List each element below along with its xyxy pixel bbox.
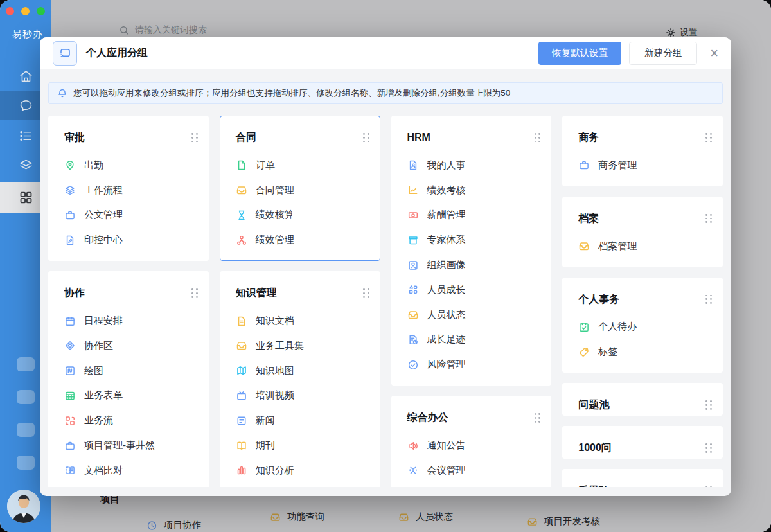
doc-lines-icon — [236, 315, 247, 327]
app-item[interactable]: 业务表单 — [49, 384, 208, 409]
group-card[interactable]: HRM我的人事绩效考核薪酬管理专家体系组织画像人员成长人员状态成长足迹风险管理 — [391, 116, 552, 386]
app-item[interactable]: 项目管理-事井然 — [49, 433, 208, 458]
pin-icon — [64, 159, 76, 171]
app-item[interactable]: 个人待办 — [563, 315, 722, 340]
minimize-window-control[interactable] — [21, 7, 30, 15]
app-item[interactable]: 专家体系 — [392, 227, 551, 253]
org-icon — [236, 235, 247, 246]
drag-handle-icon[interactable] — [705, 400, 712, 409]
drag-handle-icon[interactable] — [705, 133, 712, 142]
drag-handle-icon[interactable] — [705, 295, 712, 304]
new-group-button[interactable]: 新建分组 — [629, 42, 697, 65]
group-card-header: 知识管理 — [220, 285, 380, 301]
drag-handle-icon[interactable] — [705, 214, 712, 223]
app-item[interactable]: 知识地图 — [220, 359, 380, 384]
group-card[interactable]: 审批出勤工作流程公文管理印控中心 — [48, 116, 209, 261]
app-item[interactable]: 公文管理 — [49, 203, 208, 228]
app-item-label: 项目管理-事井然 — [84, 439, 155, 452]
user-avatar[interactable] — [7, 490, 40, 523]
app-item[interactable]: 业务工具集 — [220, 333, 380, 359]
hourglass-icon — [236, 209, 247, 221]
group-card[interactable]: 个人事务个人待办标签 — [562, 278, 723, 373]
diamond-icon — [64, 340, 76, 351]
app-item[interactable]: 人员状态 — [392, 303, 551, 328]
app-item[interactable]: 知识报表 — [220, 483, 380, 487]
app-item[interactable]: 培训视频 — [220, 384, 380, 409]
group-name: 个人事务 — [578, 291, 619, 307]
app-item[interactable]: 标签 — [563, 339, 722, 364]
tv-icon — [236, 390, 247, 402]
drag-handle-icon[interactable] — [363, 288, 369, 297]
app-item-label: 知识分析 — [256, 465, 294, 477]
app-item[interactable]: 文档比对 — [49, 458, 208, 483]
app-item-label: 专家体系 — [427, 234, 466, 246]
map-icon — [236, 365, 247, 377]
group-card-header: 问题池 — [563, 396, 722, 412]
sidebar-dimmed-item — [17, 456, 35, 470]
group-card[interactable]: 千里聆 — [562, 469, 723, 487]
layers-icon — [64, 184, 76, 196]
app-item[interactable]: 工作流程 — [49, 178, 208, 203]
window-controls[interactable] — [6, 7, 45, 15]
drag-handle-icon[interactable] — [191, 288, 198, 297]
group-card[interactable]: 综合办公通知公告会议管理邮件 — [391, 396, 552, 487]
group-name: 档案 — [578, 210, 599, 226]
briefcase-icon — [64, 209, 76, 221]
close-icon[interactable]: × — [709, 46, 720, 60]
app-item-label: 档案管理 — [598, 240, 637, 253]
app-item[interactable]: 期刊 — [220, 433, 380, 458]
app-item[interactable]: 商务管理 — [563, 153, 722, 178]
zoom-window-control[interactable] — [37, 7, 45, 15]
app-item[interactable]: 新闻 — [220, 408, 380, 433]
group-card[interactable]: 问题池 — [562, 383, 723, 416]
app-item[interactable]: 成长足迹 — [392, 328, 551, 353]
app-item-label: 业务表单 — [84, 389, 123, 402]
app-item[interactable]: 订单 — [220, 153, 380, 178]
app-item[interactable]: 知识分析 — [220, 458, 380, 483]
app-item-label: 人员状态 — [427, 309, 466, 321]
app-item[interactable]: 绘图 — [49, 359, 208, 384]
group-card[interactable]: 1000问 — [562, 426, 723, 459]
group-card[interactable]: 知识管理知识文档业务工具集知识地图培训视频新闻期刊知识分析知识报表 — [220, 271, 380, 487]
close-window-control[interactable] — [6, 7, 14, 15]
drag-handle-icon[interactable] — [705, 486, 712, 487]
app-item[interactable]: 我的人事 — [392, 153, 551, 178]
app-item[interactable]: 会议管理 — [392, 458, 551, 483]
drag-handle-icon[interactable] — [705, 443, 712, 452]
group-card[interactable]: 协作日程安排协作区绘图业务表单业务流项目管理-事井然文档比对 — [48, 271, 209, 487]
app-item[interactable]: 人员成长 — [392, 278, 551, 303]
app-item[interactable]: 绩效考核 — [392, 178, 551, 203]
app-item[interactable]: 薪酬管理 — [392, 203, 551, 228]
briefcase-icon — [578, 159, 590, 171]
app-item[interactable]: 风险管理 — [392, 352, 551, 377]
drag-handle-icon[interactable] — [191, 133, 198, 142]
group-card[interactable]: 商务商务管理 — [562, 116, 723, 186]
group-name: 知识管理 — [236, 285, 277, 301]
drag-handle-icon[interactable] — [535, 413, 541, 422]
layers-icon — [18, 157, 34, 173]
group-card[interactable]: 档案档案管理 — [562, 197, 723, 267]
app-item[interactable]: 知识文档 — [220, 308, 380, 333]
drag-handle-icon[interactable] — [363, 133, 369, 142]
app-item[interactable]: 日程安排 — [49, 308, 208, 333]
app-item[interactable]: 档案管理 — [563, 234, 722, 259]
app-item[interactable]: 通知公告 — [392, 433, 551, 458]
doc-person-icon — [407, 159, 419, 171]
app-item-label: 风险管理 — [427, 359, 466, 371]
restore-default-button[interactable]: 恢复默认设置 — [538, 42, 621, 65]
app-item[interactable]: 组织画像 — [392, 253, 551, 278]
app-item[interactable]: 印控中心 — [49, 227, 208, 253]
app-item[interactable]: 绩效核算 — [220, 203, 380, 228]
app-item[interactable]: 协作区 — [49, 333, 208, 359]
group-card[interactable]: 合同订单合同管理绩效核算绩效管理 — [220, 116, 380, 261]
app-item[interactable]: 合同管理 — [220, 178, 380, 203]
drag-handle-icon[interactable] — [535, 133, 541, 142]
tray-icon — [578, 240, 590, 252]
app-item[interactable]: 绩效管理 — [220, 227, 380, 253]
app-item[interactable]: 邮件 — [392, 483, 551, 487]
sidebar-dimmed-item — [17, 357, 35, 371]
app-item[interactable]: 业务流 — [49, 408, 208, 433]
groups-column: 商务商务管理档案档案管理个人事务个人待办标签问题池1000问千里聆 — [562, 116, 723, 487]
app-item[interactable]: 出勤 — [49, 153, 208, 178]
group-card-header: 商务 — [563, 129, 722, 145]
